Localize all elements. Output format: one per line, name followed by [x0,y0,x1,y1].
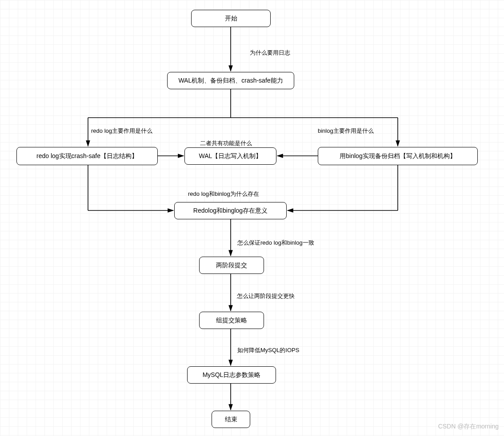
label-lower-iops: 如何降低MySQL的IOPS [237,346,299,354]
watermark: CSDN @存在morning [438,423,499,431]
label-faster-2pc: 怎么让两阶段提交更快 [237,292,295,300]
node-group-commit: 组提交策略 [199,312,264,329]
node-binlog-backup: 用binlog实现备份归档【写入机制和机构】 [318,147,478,165]
label-consistency: 怎么保证redo log和binlog一致 [237,239,314,247]
node-start: 开始 [191,10,271,27]
node-wal-write: WAL【日志写入机制】 [184,147,276,165]
label-why-log: 为什么要用日志 [250,49,290,57]
label-why-exist: redo log和binlog为什么存在 [188,190,259,198]
label-common-func: 二者共有功能是什么 [200,139,252,147]
label-redo-role: redo log主要作用是什么 [91,127,152,135]
node-exist-meaning: Redolog和binglog存在意义 [174,202,287,219]
label-binlog-role: binlog主要作用是什么 [318,127,374,135]
node-end: 结束 [212,411,250,428]
node-wal-backup: WAL机制、备份归档、crash-safe能力 [167,72,294,89]
node-redo-crash: redo log实现crash-safe【日志结构】 [16,147,158,165]
node-mysql-params: MySQL日志参数策略 [187,366,276,384]
node-two-phase: 两阶段提交 [199,257,264,274]
